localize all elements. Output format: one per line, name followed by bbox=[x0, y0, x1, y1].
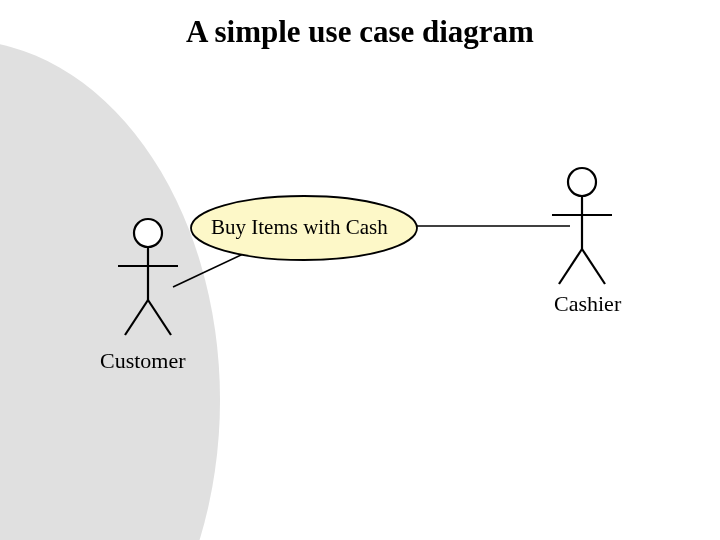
svg-line-9 bbox=[582, 249, 605, 284]
svg-line-3 bbox=[125, 300, 148, 335]
svg-line-4 bbox=[148, 300, 171, 335]
svg-point-0 bbox=[134, 219, 162, 247]
use-case-diagram bbox=[0, 0, 720, 540]
svg-line-8 bbox=[559, 249, 582, 284]
actor-customer bbox=[118, 219, 178, 335]
diagram-title: A simple use case diagram bbox=[0, 14, 720, 50]
actor-label-cashier: Cashier bbox=[554, 291, 621, 317]
actor-label-customer: Customer bbox=[100, 348, 186, 374]
svg-point-5 bbox=[568, 168, 596, 196]
use-case-label: Buy Items with Cash bbox=[211, 215, 388, 240]
